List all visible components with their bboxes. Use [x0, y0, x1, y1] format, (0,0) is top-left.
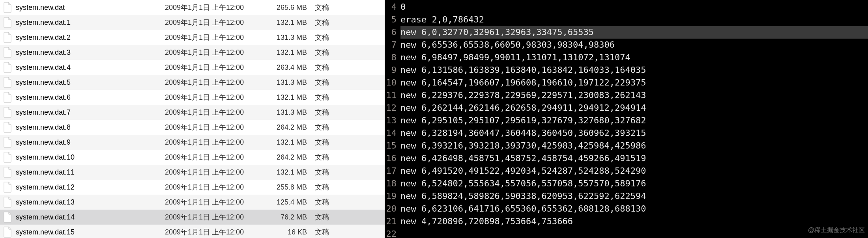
- code-line[interactable]: 11new 6,229376,229378,229569,229571,2300…: [385, 89, 868, 102]
- file-kind: 文稿: [315, 182, 354, 192]
- file-row[interactable]: system.new.dat.22009年1月1日 上午12:00131.3 M…: [0, 30, 385, 45]
- code-lines: 405erase 2,0,7864326new 6,0,32770,32961,…: [385, 1, 868, 238]
- file-row[interactable]: system.new.dat.42009年1月1日 上午12:00263.4 M…: [0, 60, 385, 75]
- line-number: 21: [385, 215, 400, 228]
- watermark-text: @稀土掘金技术社区: [808, 224, 865, 236]
- file-row[interactable]: system.new.dat.132009年1月1日 上午12:00125.4 …: [0, 195, 385, 210]
- code-text: new 6,98497,98499,99011,131071,131072,13…: [400, 51, 868, 64]
- code-line[interactable]: 9new 6,131586,163839,163840,163842,16403…: [385, 64, 868, 76]
- file-size: 132.1 MB: [275, 93, 315, 102]
- file-row[interactable]: system.new.dat.52009年1月1日 上午12:00131.3 M…: [0, 75, 385, 90]
- code-line[interactable]: 20new 6,623106,641716,655360,655362,6881…: [385, 203, 868, 215]
- code-text: new 6,65536,65538,66050,98303,98304,9830…: [400, 39, 868, 51]
- code-text: new 6,262144,262146,262658,294911,294912…: [400, 102, 868, 114]
- line-number: 22: [385, 228, 400, 238]
- file-list-pane[interactable]: system.new.dat2009年1月1日 上午12:00265.6 MB文…: [0, 0, 385, 238]
- file-size: 264.2 MB: [275, 153, 315, 162]
- file-date: 2009年1月1日 上午12:00: [165, 212, 275, 222]
- file-kind: 文稿: [315, 48, 354, 57]
- file-kind: 文稿: [315, 227, 354, 237]
- code-line[interactable]: 15new 6,393216,393218,393730,425983,4259…: [385, 139, 868, 152]
- code-text: [400, 228, 868, 238]
- file-date: 2009年1月1日 上午12:00: [165, 182, 275, 192]
- file-name: system.new.dat.6: [16, 93, 165, 102]
- file-row[interactable]: system.new.dat2009年1月1日 上午12:00265.6 MB文…: [0, 0, 385, 15]
- code-line[interactable]: 7new 6,65536,65538,66050,98303,98304,983…: [385, 39, 868, 51]
- code-line[interactable]: 13new 6,295105,295107,295619,327679,3276…: [385, 114, 868, 127]
- file-size: 125.4 MB: [275, 198, 315, 206]
- file-size: 16 KB: [275, 228, 315, 236]
- line-number: 13: [385, 114, 400, 127]
- code-line[interactable]: 18new 6,524802,555634,557056,557058,5575…: [385, 177, 868, 190]
- file-row[interactable]: system.new.dat.72009年1月1日 上午12:00131.3 M…: [0, 105, 385, 120]
- file-icon: [3, 182, 12, 193]
- file-name: system.new.dat.13: [16, 198, 165, 206]
- line-number: 14: [385, 127, 400, 139]
- file-row[interactable]: system.new.dat.112009年1月1日 上午12:00132.1 …: [0, 165, 385, 180]
- file-size: 131.3 MB: [275, 33, 315, 42]
- code-line[interactable]: 10new 6,164547,196607,196608,196610,1971…: [385, 76, 868, 89]
- file-row[interactable]: system.new.dat.92009年1月1日 上午12:00132.1 M…: [0, 135, 385, 150]
- code-text: new 6,295105,295107,295619,327679,327680…: [400, 114, 868, 127]
- code-line[interactable]: 17new 6,491520,491522,492034,524287,5242…: [385, 165, 868, 177]
- file-kind: 文稿: [315, 212, 354, 222]
- file-size: 132.1 MB: [275, 19, 315, 27]
- code-line[interactable]: 5erase 2,0,786432: [385, 13, 868, 26]
- file-size: 131.3 MB: [275, 108, 315, 117]
- line-number: 20: [385, 203, 400, 215]
- code-line[interactable]: 40: [385, 1, 868, 13]
- file-kind: 文稿: [315, 78, 354, 87]
- file-kind: 文稿: [315, 33, 354, 42]
- file-row[interactable]: system.new.dat.32009年1月1日 上午12:00132.1 M…: [0, 45, 385, 60]
- file-date: 2009年1月1日 上午12:00: [165, 108, 275, 117]
- file-row[interactable]: system.new.dat.62009年1月1日 上午12:00132.1 M…: [0, 90, 385, 105]
- file-date: 2009年1月1日 上午12:00: [165, 63, 275, 72]
- file-name: system.new.dat.4: [16, 63, 165, 72]
- code-line[interactable]: 21new 4,720896,720898,753664,753666: [385, 215, 868, 228]
- code-editor-pane[interactable]: 405erase 2,0,7864326new 6,0,32770,32961,…: [385, 0, 868, 238]
- file-kind: 文稿: [315, 167, 354, 177]
- file-icon: [3, 227, 12, 238]
- file-row[interactable]: system.new.dat.102009年1月1日 上午12:00264.2 …: [0, 150, 385, 165]
- code-line[interactable]: 22: [385, 228, 868, 238]
- code-line[interactable]: 19new 6,589824,589826,590338,620953,6225…: [385, 190, 868, 203]
- file-row[interactable]: system.new.dat.152009年1月1日 上午12:0016 KB文…: [0, 225, 385, 238]
- file-name: system.new.dat.2: [16, 33, 165, 42]
- code-line[interactable]: 6new 6,0,32770,32961,32963,33475,65535: [385, 26, 868, 39]
- line-number: 16: [385, 152, 400, 165]
- file-date: 2009年1月1日 上午12:00: [165, 3, 275, 12]
- file-kind: 文稿: [315, 18, 354, 27]
- code-text: new 6,0,32770,32961,32963,33475,65535: [400, 26, 868, 39]
- line-number: 17: [385, 165, 400, 177]
- file-row[interactable]: system.new.dat.12009年1月1日 上午12:00132.1 M…: [0, 15, 385, 30]
- file-size: 132.1 MB: [275, 138, 315, 147]
- code-text: erase 2,0,786432: [400, 13, 868, 26]
- file-kind: 文稿: [315, 123, 354, 132]
- file-kind: 文稿: [315, 3, 354, 12]
- line-number: 6: [385, 26, 400, 39]
- line-number: 18: [385, 177, 400, 190]
- code-line[interactable]: 8new 6,98497,98499,99011,131071,131072,1…: [385, 51, 868, 64]
- file-name: system.new.dat.1: [16, 19, 165, 27]
- file-icon: [3, 2, 12, 13]
- file-name: system.new.dat.5: [16, 78, 165, 87]
- line-number: 11: [385, 89, 400, 102]
- file-icon: [3, 77, 12, 88]
- code-text: new 6,131586,163839,163840,163842,164033…: [400, 64, 868, 76]
- file-name: system.new.dat.11: [16, 168, 165, 177]
- file-row[interactable]: system.new.dat.142009年1月1日 上午12:0076.2 M…: [0, 210, 385, 225]
- file-row[interactable]: system.new.dat.82009年1月1日 上午12:00264.2 M…: [0, 120, 385, 135]
- file-size: 255.8 MB: [275, 183, 315, 192]
- file-kind: 文稿: [315, 138, 354, 147]
- file-icon: [3, 47, 12, 58]
- code-line[interactable]: 16new 6,426498,458751,458752,458754,4592…: [385, 152, 868, 165]
- code-line[interactable]: 14new 6,328194,360447,360448,360450,3609…: [385, 127, 868, 139]
- file-icon: [3, 197, 12, 208]
- file-row[interactable]: system.new.dat.122009年1月1日 上午12:00255.8 …: [0, 180, 385, 195]
- file-date: 2009年1月1日 上午12:00: [165, 197, 275, 207]
- code-text: new 6,623106,641716,655360,655362,688128…: [400, 203, 868, 215]
- code-text: new 6,164547,196607,196608,196610,197122…: [400, 76, 868, 89]
- code-line[interactable]: 12new 6,262144,262146,262658,294911,2949…: [385, 102, 868, 114]
- file-kind: 文稿: [315, 108, 354, 117]
- file-name: system.new.dat.12: [16, 183, 165, 192]
